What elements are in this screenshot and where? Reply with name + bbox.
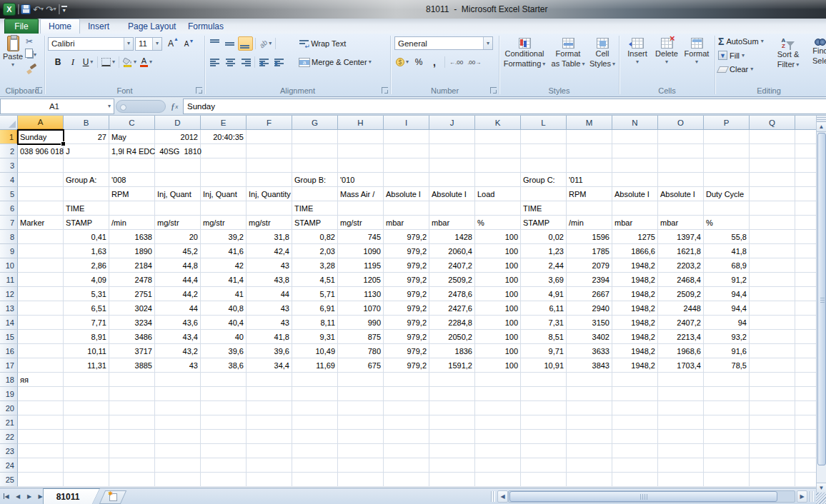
cell-I16[interactable]: 979,2: [384, 344, 429, 358]
cell-J8[interactable]: 1428: [429, 230, 475, 244]
cell-A10[interactable]: [18, 258, 64, 273]
cell-G17[interactable]: 11,69: [292, 358, 338, 373]
cell-F23[interactable]: [247, 444, 292, 458]
column-header-O[interactable]: O: [658, 116, 704, 130]
row-header-24[interactable]: 24: [0, 458, 18, 473]
cell-B10[interactable]: 2,86: [64, 258, 109, 273]
cell-L7[interactable]: STAMP: [521, 216, 567, 230]
cell-E18[interactable]: [201, 373, 247, 387]
tab-formulas[interactable]: Formulas: [180, 19, 232, 34]
cell-D20[interactable]: [155, 401, 201, 415]
cell-K12[interactable]: 100: [475, 287, 521, 301]
cell-C15[interactable]: 3486: [109, 330, 155, 344]
column-header-B[interactable]: B: [64, 116, 109, 130]
cell-F22[interactable]: [247, 430, 292, 444]
cell-C8[interactable]: 1638: [109, 230, 155, 244]
cell-K8[interactable]: 100: [475, 230, 521, 244]
cell-M11[interactable]: 2394: [567, 273, 612, 287]
cell-I6[interactable]: [384, 201, 429, 216]
cell-G18[interactable]: [292, 373, 338, 387]
cell-L21[interactable]: [521, 415, 567, 430]
cell-I11[interactable]: 979,2: [384, 273, 429, 287]
cell-Q25[interactable]: [750, 473, 795, 487]
cell-partial-2[interactable]: [795, 144, 816, 158]
number-dialog-launcher-icon[interactable]: [490, 87, 497, 94]
cell-B19[interactable]: [64, 387, 109, 401]
cell-partial-17[interactable]: [795, 358, 816, 373]
cell-N5[interactable]: Absolute I: [612, 187, 658, 201]
cell-A13[interactable]: [18, 301, 64, 316]
cell-P22[interactable]: [704, 430, 750, 444]
cell-O3[interactable]: [658, 158, 704, 173]
cell-H13[interactable]: 1070: [338, 301, 384, 316]
cell-N16[interactable]: 1948,2: [612, 344, 658, 358]
formula-input[interactable]: Sunday: [183, 99, 826, 114]
delete-cells-button[interactable]: Delete ▾: [653, 38, 680, 65]
qat-customize-icon[interactable]: ▾: [61, 6, 67, 14]
cell-O14[interactable]: 2407,2: [658, 316, 704, 330]
cell-F19[interactable]: [247, 387, 292, 401]
cell-F7[interactable]: mg/str: [247, 216, 292, 230]
cell-B4[interactable]: Group A:: [64, 173, 109, 187]
cell-M9[interactable]: 1785: [567, 244, 612, 258]
cell-P9[interactable]: 41,8: [704, 244, 750, 258]
cell-O12[interactable]: 2509,2: [658, 287, 704, 301]
cell-Q16[interactable]: [750, 344, 795, 358]
cell-J23[interactable]: [429, 444, 475, 458]
cell-I1[interactable]: [384, 130, 429, 144]
cell-K6[interactable]: [475, 201, 521, 216]
cell-Q13[interactable]: [750, 301, 795, 316]
cell-K24[interactable]: [475, 458, 521, 473]
cell-B17[interactable]: 11,31: [64, 358, 109, 373]
cell-K18[interactable]: [475, 373, 521, 387]
cell-Q11[interactable]: [750, 273, 795, 287]
cell-A2[interactable]: 038 906 018 J: [18, 144, 64, 158]
format-painter-button[interactable]: [26, 65, 36, 74]
insert-function-button[interactable]: ƒx: [167, 100, 181, 113]
cell-F14[interactable]: 43: [247, 316, 292, 330]
cell-J19[interactable]: [429, 387, 475, 401]
cell-C12[interactable]: 2751: [109, 287, 155, 301]
cell-K14[interactable]: 100: [475, 316, 521, 330]
cell-M25[interactable]: [567, 473, 612, 487]
cell-K3[interactable]: [475, 158, 521, 173]
fill-button[interactable]: ▼ Fill ▾: [718, 51, 745, 60]
cell-M1[interactable]: [567, 130, 612, 144]
column-header-L[interactable]: L: [521, 116, 567, 130]
cell-E4[interactable]: [201, 173, 247, 187]
cell-L4[interactable]: Group C:: [521, 173, 567, 187]
cell-I24[interactable]: [384, 458, 429, 473]
cell-G21[interactable]: [292, 415, 338, 430]
cell-Q14[interactable]: [750, 316, 795, 330]
cell-B13[interactable]: 6,51: [64, 301, 109, 316]
cell-A15[interactable]: [18, 330, 64, 344]
cell-N21[interactable]: [612, 415, 658, 430]
row-header-4[interactable]: 4: [0, 173, 18, 187]
cell-N3[interactable]: [612, 158, 658, 173]
cell-H17[interactable]: 675: [338, 358, 384, 373]
cell-D22[interactable]: [155, 430, 201, 444]
shrink-font-button[interactable]: A▼: [179, 36, 194, 51]
cell-F16[interactable]: 39,6: [247, 344, 292, 358]
cell-N11[interactable]: 1948,2: [612, 273, 658, 287]
number-format-combo[interactable]: General ▾: [394, 36, 493, 50]
cell-J15[interactable]: 2050,2: [429, 330, 475, 344]
cell-K23[interactable]: [475, 444, 521, 458]
cell-partial-16[interactable]: [795, 344, 816, 358]
cell-O18[interactable]: [658, 373, 704, 387]
cell-J10[interactable]: 2407,2: [429, 258, 475, 273]
cell-L14[interactable]: 7,31: [521, 316, 567, 330]
cell-Q2[interactable]: [750, 144, 795, 158]
cell-L19[interactable]: [521, 387, 567, 401]
cell-H12[interactable]: 1130: [338, 287, 384, 301]
cell-O25[interactable]: [658, 473, 704, 487]
conditional-formatting-button[interactable]: Conditional Formatting▾: [501, 38, 548, 69]
cell-M7[interactable]: /min: [567, 216, 612, 230]
cell-E23[interactable]: [201, 444, 247, 458]
row-header-23[interactable]: 23: [0, 444, 18, 458]
cell-B7[interactable]: STAMP: [64, 216, 109, 230]
cell-L18[interactable]: [521, 373, 567, 387]
row-header-16[interactable]: 16: [0, 344, 18, 358]
cell-N25[interactable]: [612, 473, 658, 487]
cell-O1[interactable]: [658, 130, 704, 144]
